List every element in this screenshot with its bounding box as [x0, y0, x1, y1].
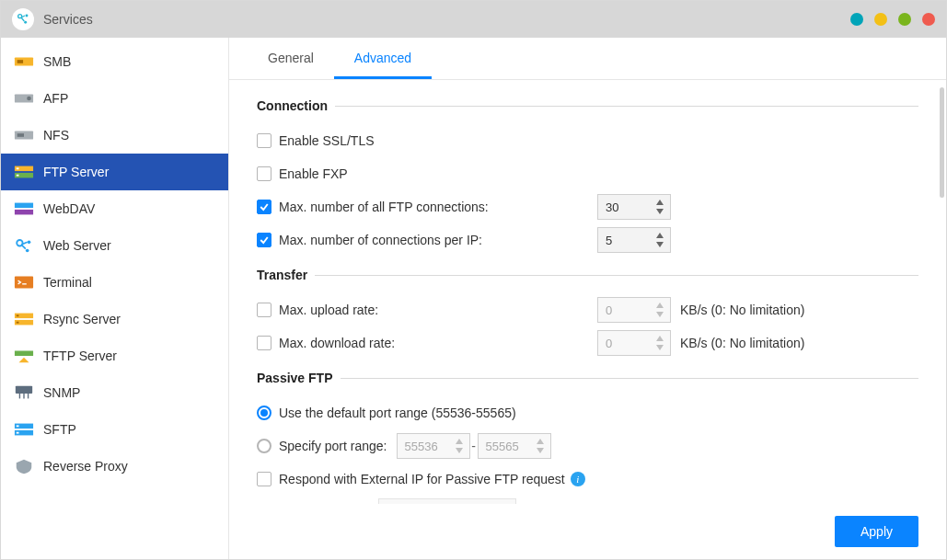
spinner-value: 0 — [606, 337, 612, 350]
sidebar-item-label: Rsync Server — [43, 312, 121, 326]
snmp-icon — [14, 383, 34, 402]
svg-rect-18 — [15, 277, 33, 289]
tab-advanced[interactable]: Advanced — [334, 38, 432, 79]
svg-rect-14 — [15, 210, 33, 215]
spinner-value: 5 — [606, 234, 612, 247]
label-default-port-range: Use the default port range (55536-55565) — [279, 406, 516, 420]
svg-point-1 — [26, 15, 29, 17]
sidebar-item-label: AFP — [43, 91, 68, 106]
sidebar-item-label: SMB — [43, 54, 71, 69]
spinner-down-icon[interactable] — [534, 446, 547, 455]
tabs: General Advanced — [229, 38, 946, 80]
radio-default-port-range[interactable] — [257, 406, 271, 420]
label-download-suffix: KB/s (0: No limitation) — [680, 336, 804, 350]
webdav-icon — [14, 200, 34, 218]
spinner-up-icon[interactable] — [653, 231, 666, 240]
spinner-max-per-ip[interactable]: 5 — [597, 227, 671, 253]
input-external-ip[interactable] — [378, 498, 516, 504]
checkbox-max-per-ip[interactable] — [257, 233, 271, 247]
sidebar-item-reverse-proxy[interactable]: Reverse Proxy — [1, 448, 228, 485]
scrollbar[interactable] — [939, 80, 946, 504]
svg-rect-25 — [16, 386, 32, 394]
sidebar-item-label: Web Server — [43, 238, 111, 253]
dot-red[interactable] — [922, 13, 935, 26]
spinner-up-icon[interactable] — [653, 334, 666, 343]
sidebar-item-label: WebDAV — [43, 201, 95, 216]
scrollbar-thumb[interactable] — [940, 87, 944, 198]
sidebar-item-snmp[interactable]: SNMP — [1, 374, 228, 411]
checkbox-enable-ssl[interactable] — [257, 133, 271, 148]
svg-point-16 — [28, 241, 31, 245]
spinner-down-icon[interactable] — [453, 446, 466, 455]
checkbox-max-download[interactable] — [257, 336, 271, 350]
tab-general[interactable]: General — [248, 38, 334, 79]
radio-specify-port-range[interactable] — [257, 439, 271, 453]
spinner-up-icon[interactable] — [453, 437, 466, 446]
svg-rect-12 — [17, 175, 19, 177]
checkbox-respond-external-ip[interactable] — [257, 472, 271, 486]
ftp-icon — [14, 163, 34, 181]
sidebar-item-sftp[interactable]: SFTP — [1, 411, 228, 448]
info-icon[interactable]: i — [571, 472, 585, 486]
sidebar-item-webdav[interactable]: WebDAV — [1, 190, 228, 227]
spinner-down-icon[interactable] — [653, 343, 666, 352]
services-window: Services SMB AFP NFS FTP Ser — [0, 0, 947, 560]
spinner-up-icon[interactable] — [534, 437, 547, 446]
spinner-up-icon[interactable] — [653, 301, 666, 310]
spinner-port-to[interactable]: 55565 — [478, 433, 551, 459]
sidebar-item-nfs[interactable]: NFS — [1, 117, 228, 154]
section-connection: Connection Enable SSL/TLS Enable FXP Max… — [257, 98, 918, 258]
dot-yellow[interactable] — [874, 13, 887, 26]
tab-content: Connection Enable SSL/TLS Enable FXP Max… — [229, 80, 946, 504]
sidebar: SMB AFP NFS FTP Server WebDAV Web Server — [1, 38, 229, 559]
sidebar-item-rsync-server[interactable]: Rsync Server — [1, 301, 228, 337]
footer: Apply — [229, 504, 946, 559]
label-upload-suffix: KB/s (0: No limitation) — [680, 303, 804, 317]
sidebar-item-terminal[interactable]: Terminal — [1, 264, 228, 301]
label-enable-fxp: Enable FXP — [279, 166, 348, 181]
apply-button[interactable]: Apply — [835, 516, 918, 547]
section-title: Passive FTP — [257, 371, 341, 385]
window-title: Services — [43, 12, 93, 27]
spinner-port-from[interactable]: 55536 — [397, 433, 470, 459]
checkbox-max-all-connections[interactable] — [257, 200, 271, 214]
dot-teal[interactable] — [850, 13, 863, 26]
svg-rect-31 — [17, 425, 19, 427]
spinner-max-all-connections[interactable]: 30 — [597, 194, 671, 220]
sidebar-item-tftp-server[interactable]: TFTP Server — [1, 337, 228, 374]
checkbox-max-upload[interactable] — [257, 303, 271, 317]
dot-green[interactable] — [898, 13, 911, 26]
spinner-down-icon[interactable] — [653, 240, 666, 249]
spinner-max-upload[interactable]: 0 — [597, 297, 671, 323]
afp-icon — [14, 89, 34, 108]
label-respond-external-ip: Respond with External IP for Passive FTP… — [279, 472, 565, 486]
section-passive-ftp: Passive FTP Use the default port range (… — [257, 371, 918, 504]
title-bar: Services — [1, 1, 946, 38]
spinner-down-icon[interactable] — [653, 207, 666, 216]
svg-rect-8 — [17, 133, 24, 137]
app-icon — [12, 8, 34, 30]
spinner-up-icon[interactable] — [653, 198, 666, 207]
spinner-value: 0 — [606, 303, 612, 317]
svg-rect-32 — [17, 432, 19, 434]
spinner-down-icon[interactable] — [653, 310, 666, 319]
svg-rect-23 — [17, 322, 19, 324]
label-max-upload: Max. upload rate: — [279, 303, 378, 317]
sidebar-item-label: Terminal — [43, 275, 92, 290]
sidebar-item-ftp-server[interactable]: FTP Server — [1, 154, 228, 190]
spinner-value: 30 — [606, 200, 618, 214]
reverse-proxy-icon — [14, 457, 34, 475]
sidebar-item-label: TFTP Server — [43, 349, 117, 363]
label-max-all-connections: Max. number of all FTP connections: — [279, 200, 489, 214]
spinner-max-download[interactable]: 0 — [597, 330, 671, 356]
checkbox-enable-fxp[interactable] — [257, 166, 271, 181]
sidebar-item-afp[interactable]: AFP — [1, 80, 228, 117]
section-title: Connection — [257, 98, 335, 113]
svg-point-6 — [27, 97, 31, 101]
sidebar-item-label: SFTP — [43, 422, 76, 437]
nfs-icon — [14, 126, 34, 144]
sidebar-item-web-server[interactable]: Web Server — [1, 227, 228, 264]
sidebar-item-smb[interactable]: SMB — [1, 43, 228, 80]
svg-rect-11 — [17, 167, 19, 169]
main-panel: General Advanced Connection Enable SSL/T… — [229, 38, 946, 559]
